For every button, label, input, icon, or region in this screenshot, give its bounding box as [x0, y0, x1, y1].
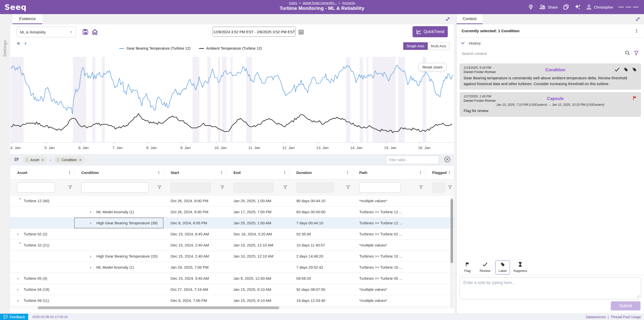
column-header-path[interactable]: Path⋮ — [352, 166, 425, 180]
column-header-end[interactable]: End⋮ — [226, 166, 289, 180]
reset-zoom-button[interactable]: Reset zoom — [418, 63, 447, 71]
flag-red-icon[interactable] — [632, 96, 637, 102]
grouping-chip-condition[interactable]: Condition✕ — [54, 156, 85, 164]
breadcrumb-accounts-link[interactable]: Accounts — [342, 1, 355, 5]
ai-assistant-sparkle-icon[interactable] — [574, 4, 581, 10]
column-menu-icon[interactable]: ⋮ — [448, 170, 451, 175]
table-row[interactable]: ›High Gear Bearing Temperature (39)Dec 8… — [10, 218, 454, 229]
funnel-icon[interactable] — [220, 185, 224, 190]
tag-icon[interactable] — [623, 67, 628, 73]
multi-axis-button[interactable]: Multi Axis — [428, 42, 450, 50]
tag-icon[interactable] — [632, 67, 637, 73]
feedback-button[interactable]: Feedback — [0, 314, 28, 320]
funnel-icon[interactable] — [68, 185, 72, 190]
settings-rail-label[interactable]: Settings — [3, 40, 8, 57]
column-header-duration[interactable]: Duration⋮ — [289, 166, 352, 180]
filter-table-input[interactable] — [386, 156, 439, 164]
worksteps-icon[interactable] — [563, 4, 569, 10]
seeq-logo[interactable]: Seeq — [0, 3, 27, 12]
status-link-datasources[interactable]: Datasources — [586, 315, 606, 319]
history-section-header[interactable]: History — [457, 38, 644, 48]
column-filter-input[interactable] — [359, 183, 401, 193]
column-menu-icon[interactable]: ⋮ — [157, 170, 161, 175]
chevron-collapsed-icon[interactable]: › — [90, 254, 96, 259]
chevron-collapsed-icon[interactable]: › — [17, 287, 24, 292]
save-icon[interactable] — [82, 28, 89, 36]
table-row[interactable]: ›ML Model Anomaly (1)Oct 26, 2024, 8:00 … — [10, 206, 454, 218]
home-icon[interactable] — [91, 28, 98, 37]
funnel-icon[interactable] — [419, 185, 423, 190]
context-card-capsule[interactable]: 1/17/2025, 1:43 PMDaniel Foster-RomanCap… — [460, 92, 641, 117]
build-version[interactable]: 2025-02-06-02-17-00.v0 — [32, 315, 67, 319]
search-context-input[interactable] — [462, 51, 621, 56]
chevron-collapsed-icon[interactable]: › — [17, 232, 24, 237]
tab-context[interactable]: Context — [457, 14, 482, 24]
column-header-flagged[interactable]: Flagged⋮ — [425, 166, 454, 180]
trend-chart[interactable]: 4. Jan5. Jan6. Jan7. Jan8. Jan9. Jan10. … — [10, 57, 454, 152]
table-row[interactable]: ›High Gear Bearing Temperature (20)Dec 1… — [10, 251, 454, 262]
tab-evidence[interactable]: Evidence — [13, 14, 42, 24]
chevron-expanded-icon[interactable]: › — [18, 242, 23, 249]
table-horizontal-scrollbar-thumb[interactable] — [38, 306, 279, 309]
column-filter-input[interactable] — [81, 183, 149, 193]
chip-remove-icon[interactable]: ✕ — [41, 158, 44, 162]
breadcrumb-users-link[interactable]: Users — [289, 1, 297, 5]
column-menu-icon[interactable]: ⋮ — [68, 170, 71, 175]
table-row[interactable]: ›Turbine 05 (4)Dec 15, 2024, 3:40 AMJan … — [10, 273, 454, 284]
column-filter-input[interactable] — [17, 183, 55, 193]
evidence-expand-icon[interactable] — [445, 16, 451, 23]
hamburger-menu-icon[interactable] — [618, 6, 638, 9]
table-sort-icon[interactable] — [14, 157, 19, 163]
column-header-condition[interactable]: Condition⋮ — [74, 166, 164, 180]
column-menu-icon[interactable]: ⋮ — [283, 170, 287, 175]
chevron-collapsed-icon[interactable]: › — [90, 265, 96, 270]
chevron-collapsed-icon[interactable]: › — [90, 209, 96, 215]
usage-dollar-bulb-icon[interactable]: $ — [528, 4, 534, 10]
note-textarea[interactable] — [460, 277, 641, 299]
funnel-icon[interactable] — [346, 185, 350, 190]
column-menu-icon[interactable]: ⋮ — [346, 170, 349, 175]
funnel-icon[interactable] — [448, 185, 452, 190]
calendar-icon[interactable] — [298, 29, 304, 36]
context-expand-icon[interactable] — [635, 16, 640, 23]
resize-grip-icon[interactable] — [637, 295, 640, 298]
review-action-button[interactable]: Review — [478, 260, 492, 274]
column-header-asset[interactable]: Asset⋮ — [10, 166, 74, 180]
table-row[interactable]: ›ML Model Anomaly (1)Jan 29, 2025, 7:00 … — [10, 262, 454, 273]
search-icon[interactable] — [625, 50, 630, 57]
breadcrumb-user-link[interactable]: daniel.foster.roman@s... — [303, 1, 337, 5]
chip-remove-icon[interactable]: ✕ — [79, 158, 82, 162]
chevron-expanded-icon[interactable]: › — [18, 198, 23, 204]
submit-button[interactable]: Submit — [611, 301, 640, 310]
chevron-collapsed-icon[interactable]: › — [90, 221, 96, 226]
context-card-condition[interactable]: 1/13/2025, 9:18 PMDaniel Foster-RomanCon… — [460, 63, 641, 90]
column-header-start[interactable]: Start⋮ — [164, 166, 226, 180]
column-menu-icon[interactable]: ⋮ — [220, 170, 224, 175]
context-menu-icon[interactable]: ⋮ — [634, 28, 639, 33]
column-menu-icon[interactable]: ⋮ — [419, 170, 422, 175]
grouping-chip-asset[interactable]: Asset✕ — [23, 156, 47, 164]
table-row[interactable]: ›Turbine 02 (2)Dec 15, 2024, 6:45 AMDec … — [10, 229, 454, 240]
chevron-collapsed-icon[interactable]: › — [17, 298, 24, 303]
status-link-thread-pool-usage[interactable]: Thread Pool Usage — [611, 315, 641, 319]
share-button[interactable]: Share — [539, 4, 558, 10]
funnel-icon[interactable] — [283, 185, 287, 190]
user-menu[interactable]: Christopher — [586, 4, 613, 10]
table-vertical-scrollbar[interactable] — [450, 197, 453, 309]
table-row[interactable]: ›Turbine 12 (40)Oct 26, 2024, 8:00 PMJan… — [10, 195, 454, 206]
table-row[interactable]: ›Turbine 09 (11)Dec 8, 2024, 7:00 PMJan … — [10, 295, 454, 306]
table-close-icon[interactable] — [444, 156, 451, 164]
suppress-action-button[interactable]: Suppress — [513, 260, 528, 274]
table-row[interactable]: ›Turbine 04 (19)Oct 27, 2024, 7:24 AMJan… — [10, 284, 454, 295]
table-vertical-scrollbar-thumb[interactable] — [451, 199, 453, 263]
worksheet-select[interactable]: ML & Reliability ▼ — [17, 27, 76, 37]
step-back-icon[interactable]: ‹ — [24, 40, 27, 46]
funnel-icon[interactable] — [157, 185, 162, 190]
label-action-button[interactable]: Label — [495, 260, 510, 274]
step-back-far-icon[interactable]: « — [17, 40, 20, 46]
table-row[interactable]: ›Turbine 10 (21)Dec 15, 2024, 2:40 AMJan… — [10, 240, 454, 251]
flag-action-button[interactable]: Flag — [460, 260, 475, 274]
chevron-collapsed-icon[interactable]: › — [17, 276, 24, 281]
table-horizontal-scrollbar[interactable] — [10, 306, 449, 309]
check-icon[interactable] — [614, 67, 620, 73]
